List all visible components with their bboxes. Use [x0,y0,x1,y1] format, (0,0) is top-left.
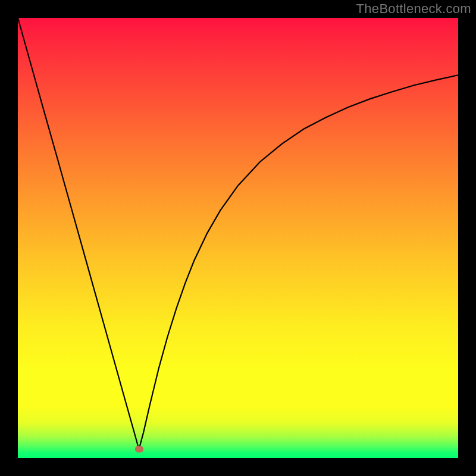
bottleneck-curve [18,18,458,458]
watermark-text: TheBottleneck.com [356,1,471,17]
plot-area [18,18,458,458]
optimal-point-marker [135,446,143,453]
